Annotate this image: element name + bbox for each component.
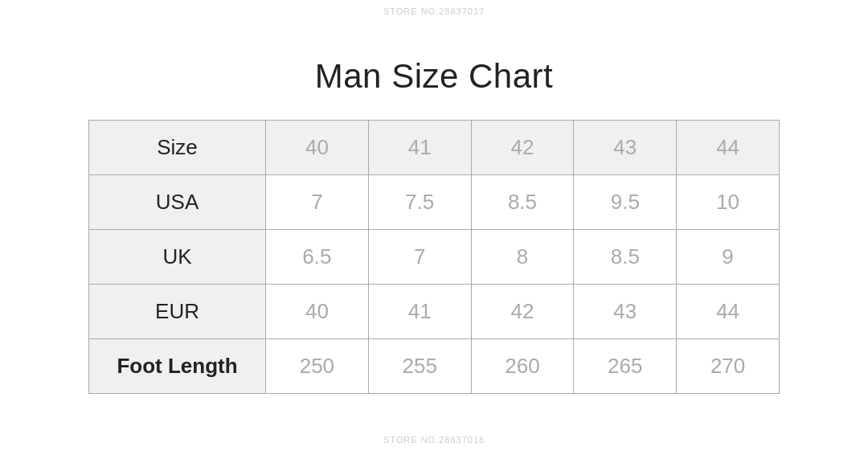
table-cell-0-1: 7.5 [368,175,471,230]
table-cell-2-1: 41 [368,285,471,339]
table-row-label-1: UK [89,230,266,285]
table-row: EUR4041424344 [89,285,780,339]
table-cell-3-3: 265 [574,339,677,394]
table-header-size-42: 42 [471,121,574,175]
table-header-size-44: 44 [677,121,780,175]
page-title: Man Size Chart [315,57,553,96]
table-cell-3-4: 270 [677,339,780,394]
table-cell-0-4: 10 [677,175,780,230]
table-cell-2-3: 43 [574,285,677,339]
table-cell-3-2: 260 [471,339,574,394]
table-row: USA77.58.59.510 [89,175,780,230]
table-cell-0-0: 7 [266,175,369,230]
table-header-label: Size [89,121,266,175]
table-row-label-0: USA [89,175,266,230]
table-cell-3-0: 250 [266,339,369,394]
table-cell-2-0: 40 [266,285,369,339]
table-cell-0-3: 9.5 [574,175,677,230]
table-cell-0-2: 8.5 [471,175,574,230]
table-cell-3-1: 255 [368,339,471,394]
table-row: UK6.5788.59 [89,230,780,285]
table-cell-1-1: 7 [368,230,471,285]
table-row-label-3: Foot Length [89,339,266,394]
table-header-size-40: 40 [266,121,369,175]
table-cell-2-4: 44 [677,285,780,339]
table-row-label-2: EUR [89,285,266,339]
watermark-bottom: STORE NO.28837018 [383,435,485,445]
table-header-size-43: 43 [574,121,677,175]
size-chart-table: Size4041424344USA77.58.59.510UK6.5788.59… [88,120,780,394]
table-row: Foot Length250255260265270 [89,339,780,394]
table-cell-1-4: 9 [677,230,780,285]
table-cell-1-2: 8 [471,230,574,285]
table-cell-1-0: 6.5 [266,230,369,285]
table-cell-2-2: 42 [471,285,574,339]
watermark-top: STORE NO.28837017 [383,6,485,16]
table-cell-1-3: 8.5 [574,230,677,285]
table-header-size-41: 41 [368,121,471,175]
